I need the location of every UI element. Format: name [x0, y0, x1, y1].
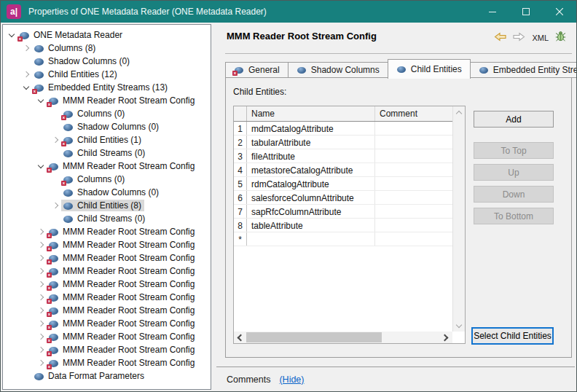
- name-cell[interactable]: metastoreCatalogAttribute: [247, 163, 375, 176]
- chevron-down-icon[interactable]: [7, 30, 17, 40]
- scroll-right-icon[interactable]: [442, 334, 448, 340]
- table-row[interactable]: 7sapRfcColumnAttribute: [234, 205, 452, 219]
- chevron-right-icon[interactable]: [36, 253, 47, 263]
- tab-child-entities[interactable]: Child Entities: [388, 59, 471, 79]
- chevron-right-icon[interactable]: [50, 200, 61, 211]
- tree-item[interactable]: xMMM Reader Root Stream Config: [3, 330, 211, 343]
- tree-item[interactable]: xMMM Reader Root Stream Config: [3, 94, 211, 107]
- entity-error-icon: x: [48, 96, 59, 106]
- name-cell[interactable]: [247, 232, 375, 246]
- tree-item[interactable]: xMMM Reader Root Stream Config: [3, 160, 211, 173]
- table-row[interactable]: 2tabularAttribute: [234, 136, 452, 149]
- comment-cell[interactable]: [375, 136, 452, 149]
- debug-button[interactable]: [555, 31, 566, 44]
- tree-item[interactable]: xChild Entities (1): [3, 133, 211, 146]
- tree-item[interactable]: Child Streams (0): [3, 146, 211, 160]
- table-row[interactable]: 1mdmCatalogAttribute: [234, 122, 452, 136]
- tree-item[interactable]: xMMM Reader Root Stream Config: [3, 251, 211, 264]
- tree-item[interactable]: xMMM Reader Root Stream Config: [3, 225, 211, 238]
- tree-item[interactable]: Shadow Columns (0): [3, 55, 211, 68]
- forward-button[interactable]: [513, 31, 525, 44]
- table-row[interactable]: 8tableAttribute: [234, 219, 452, 232]
- name-column-header[interactable]: Name: [247, 106, 375, 121]
- select-child-entities-button[interactable]: Select Child Entities: [471, 327, 554, 345]
- chevron-right-icon[interactable]: [36, 266, 47, 276]
- scroll-left-icon[interactable]: [238, 334, 244, 340]
- chevron-right-icon[interactable]: [50, 135, 61, 145]
- table-row[interactable]: 6salesforceColumnAttribute: [234, 191, 452, 205]
- tree-item[interactable]: xMMM Reader Root Stream Config: [3, 356, 211, 369]
- comment-cell[interactable]: [375, 219, 452, 232]
- chevron-right-icon[interactable]: [36, 332, 47, 342]
- tree-item[interactable]: xMMM Reader Root Stream Config: [3, 238, 211, 251]
- tree-item[interactable]: xColumns (0): [3, 107, 211, 120]
- tab-embedded-entity-streams[interactable]: Embedded Entity Streams: [470, 62, 577, 78]
- chevron-right-icon[interactable]: [21, 69, 32, 79]
- tab-shadow-columns[interactable]: Shadow Columns: [288, 62, 388, 78]
- tree-item[interactable]: xMMM Reader Root Stream Config: [3, 304, 211, 317]
- comment-cell[interactable]: [375, 163, 452, 176]
- chevron-right-icon[interactable]: [36, 227, 47, 237]
- chevron-down-icon[interactable]: [36, 95, 47, 106]
- comments-hide-link[interactable]: (Hide): [279, 375, 304, 385]
- name-cell[interactable]: tabularAttribute: [247, 136, 375, 149]
- tree-item[interactable]: Data Format Parameters: [3, 369, 211, 383]
- metadata-tree[interactable]: xONE Metadata ReaderColumns (8)Shadow Co…: [2, 24, 211, 390]
- tree-item[interactable]: xEmbedded Entity Streams (13): [3, 81, 211, 94]
- chevron-down-icon[interactable]: [21, 82, 32, 93]
- xml-view-button[interactable]: XML: [532, 34, 549, 42]
- chevron-right-icon[interactable]: [36, 292, 47, 302]
- close-button[interactable]: [543, 1, 576, 23]
- table-row[interactable]: *: [234, 232, 452, 246]
- comment-cell[interactable]: [375, 232, 452, 246]
- vertical-scrollbar[interactable]: [452, 106, 465, 332]
- comment-cell[interactable]: [375, 177, 452, 190]
- tree-item[interactable]: xMMM Reader Root Stream Config: [3, 317, 211, 330]
- chevron-right-icon[interactable]: [36, 318, 47, 329]
- minimize-button[interactable]: [476, 1, 509, 23]
- chevron-down-icon[interactable]: [36, 161, 47, 171]
- tab-general[interactable]: xGeneral: [225, 62, 288, 78]
- chevron-right-icon[interactable]: [36, 305, 47, 315]
- tree-item[interactable]: Columns (8): [3, 42, 211, 55]
- horizontal-scrollbar[interactable]: [234, 332, 452, 343]
- row-number-header[interactable]: [234, 106, 247, 121]
- tree-item[interactable]: xMMM Reader Root Stream Config: [3, 343, 211, 356]
- tree-item[interactable]: xMMM Reader Root Stream Config: [3, 278, 211, 291]
- chevron-right-icon[interactable]: [36, 279, 47, 289]
- tree-item[interactable]: Child Streams (0): [3, 212, 211, 225]
- name-cell[interactable]: sapRfcColumnAttribute: [247, 205, 375, 218]
- tree-item[interactable]: Child Entities (8): [3, 199, 211, 212]
- chevron-right-icon[interactable]: [36, 345, 47, 355]
- tree-item[interactable]: Child Entities (12): [3, 68, 211, 81]
- scroll-down-icon[interactable]: [457, 323, 462, 328]
- chevron-right-icon[interactable]: [21, 43, 32, 53]
- name-cell[interactable]: fileAttribute: [247, 149, 375, 162]
- tree-item[interactable]: xMMM Reader Root Stream Config: [3, 264, 211, 278]
- horizontal-scroll-thumb[interactable]: [246, 332, 382, 342]
- tree-item[interactable]: Shadow Columns (0): [3, 120, 211, 133]
- chevron-right-icon[interactable]: [36, 240, 47, 250]
- name-cell[interactable]: rdmCatalogAttribute: [247, 177, 375, 190]
- name-cell[interactable]: mdmCatalogAttribute: [247, 122, 375, 135]
- comment-cell[interactable]: [375, 191, 452, 204]
- comment-cell[interactable]: [375, 205, 452, 218]
- tree-item-content: Child Entities (8): [61, 200, 144, 211]
- scroll-up-icon[interactable]: [457, 110, 462, 115]
- tree-item[interactable]: xONE Metadata Reader: [3, 28, 211, 42]
- table-row[interactable]: 5rdmCatalogAttribute: [234, 177, 452, 191]
- maximize-button[interactable]: [509, 1, 543, 23]
- tree-item[interactable]: xColumns (0): [3, 173, 211, 186]
- comment-cell[interactable]: [375, 122, 452, 135]
- back-button[interactable]: [494, 31, 506, 44]
- chevron-right-icon[interactable]: [36, 358, 47, 368]
- table-row[interactable]: 3fileAttribute: [234, 149, 452, 163]
- tree-item[interactable]: xMMM Reader Root Stream Config: [3, 291, 211, 304]
- comment-column-header[interactable]: Comment: [375, 106, 452, 121]
- name-cell[interactable]: salesforceColumnAttribute: [247, 191, 375, 204]
- table-row[interactable]: 4metastoreCatalogAttribute: [234, 163, 452, 177]
- comment-cell[interactable]: [375, 149, 452, 162]
- name-cell[interactable]: tableAttribute: [247, 219, 375, 232]
- add-button[interactable]: Add: [474, 111, 554, 128]
- tree-item[interactable]: Shadow Columns (0): [3, 186, 211, 199]
